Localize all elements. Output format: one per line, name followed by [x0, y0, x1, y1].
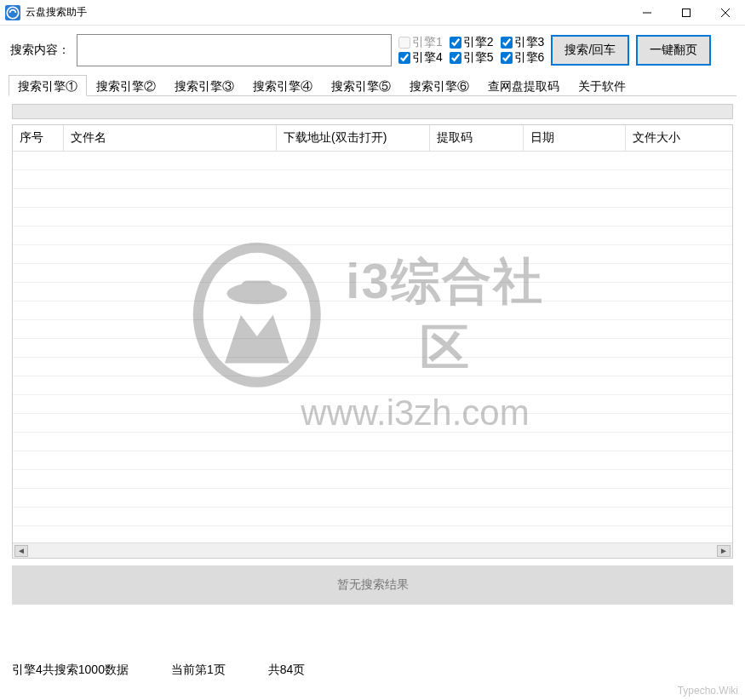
search-input[interactable] [77, 34, 392, 66]
tab-engine-4[interactable]: 搜索引擎④ [244, 75, 322, 96]
table-row [13, 395, 732, 414]
status-bar: 引擎4共搜索1000数据 当前第1页 共84页 [9, 661, 736, 680]
engine4-checkbox[interactable] [398, 52, 410, 64]
column-date[interactable]: 日期 [524, 125, 626, 151]
footer-watermark: Typecho.Wiki [678, 685, 738, 697]
svg-rect-2 [683, 9, 691, 16]
tab-extract-code[interactable]: 查网盘提取码 [479, 75, 569, 96]
status-count: 引擎4共搜索1000数据 [12, 663, 129, 678]
engine3-checkbox-label[interactable]: 引擎3 [501, 35, 545, 50]
engine2-checkbox-label[interactable]: 引擎2 [450, 35, 494, 50]
no-result-banner: 暂无搜索结果 [12, 565, 733, 605]
status-total-pages: 共84页 [268, 663, 306, 678]
table-row [13, 414, 732, 433]
table-row [13, 508, 732, 526]
engine6-checkbox-label[interactable]: 引擎6 [501, 50, 545, 66]
maximize-button[interactable] [667, 0, 706, 26]
search-label: 搜索内容： [10, 43, 70, 58]
table-row [13, 189, 732, 208]
table-row [13, 451, 732, 470]
tab-engine-3[interactable]: 搜索引擎③ [165, 75, 244, 96]
tab-engine-1[interactable]: 搜索引擎① [9, 75, 87, 96]
table-row [13, 339, 732, 358]
engine1-checkbox-label[interactable]: 引擎1 [398, 35, 443, 50]
close-button[interactable] [706, 0, 745, 26]
horizontal-scrollbar[interactable]: ◄ ► [13, 542, 732, 558]
table-row [13, 489, 732, 508]
minimize-button[interactable] [628, 0, 667, 26]
engine5-checkbox[interactable] [450, 52, 461, 64]
search-row: 搜索内容： 引擎1 引擎2 引擎3 引擎4 引擎5 引擎6 搜索/回车 一键翻页 [0, 26, 745, 75]
tab-about[interactable]: 关于软件 [569, 75, 635, 96]
scroll-right-arrow-icon[interactable]: ► [717, 545, 731, 557]
table-row [13, 526, 732, 542]
column-download[interactable]: 下载地址(双击打开) [277, 125, 430, 151]
table-row [13, 358, 732, 376]
window-title: 云盘搜索助手 [26, 5, 628, 20]
tab-engine-6[interactable]: 搜索引擎⑥ [400, 75, 479, 96]
table-row [13, 283, 732, 301]
engine1-checkbox[interactable] [398, 37, 410, 49]
engine2-checkbox[interactable] [450, 37, 461, 49]
next-page-button[interactable]: 一键翻页 [636, 35, 711, 66]
column-code[interactable]: 提取码 [430, 125, 524, 151]
column-filename[interactable]: 文件名 [64, 125, 277, 151]
table-row [13, 433, 732, 451]
table-row [13, 245, 732, 264]
table-row [13, 227, 732, 245]
table-row [13, 470, 732, 489]
engine-checkbox-group: 引擎1 引擎2 引擎3 引擎4 引擎5 引擎6 [398, 35, 544, 66]
engine4-checkbox-label[interactable]: 引擎4 [398, 50, 443, 66]
titlebar: 云盘搜索助手 [0, 0, 745, 26]
tab-engine-5[interactable]: 搜索引擎⑤ [322, 75, 400, 96]
tab-bar: 搜索引擎① 搜索引擎② 搜索引擎③ 搜索引擎④ 搜索引擎⑤ 搜索引擎⑥ 查网盘提… [0, 75, 745, 97]
search-button[interactable]: 搜索/回车 [551, 35, 629, 66]
engine6-checkbox[interactable] [501, 52, 513, 64]
progress-bar [12, 104, 733, 119]
svg-point-0 [7, 7, 19, 19]
table-row [13, 170, 732, 189]
table-row [13, 320, 732, 339]
engine5-checkbox-label[interactable]: 引擎5 [450, 50, 494, 66]
column-size[interactable]: 文件大小 [626, 125, 732, 151]
scroll-left-arrow-icon[interactable]: ◄ [14, 545, 28, 557]
column-index[interactable]: 序号 [13, 125, 64, 151]
table-row [13, 376, 732, 395]
table-row [13, 152, 732, 170]
tab-panel: 序号 文件名 下载地址(双击打开) 提取码 日期 文件大小 [9, 104, 736, 605]
table-row [13, 208, 732, 227]
engine3-checkbox[interactable] [501, 37, 513, 49]
table-header: 序号 文件名 下载地址(双击打开) 提取码 日期 文件大小 [13, 125, 732, 152]
table-body: i3综合社区 www.i3zh.com [13, 152, 732, 542]
results-table: 序号 文件名 下载地址(双击打开) 提取码 日期 文件大小 [12, 124, 733, 559]
table-row [13, 264, 732, 283]
tab-engine-2[interactable]: 搜索引擎② [87, 75, 165, 96]
status-current-page: 当前第1页 [171, 663, 226, 678]
table-row [13, 301, 732, 320]
app-icon [5, 5, 20, 20]
